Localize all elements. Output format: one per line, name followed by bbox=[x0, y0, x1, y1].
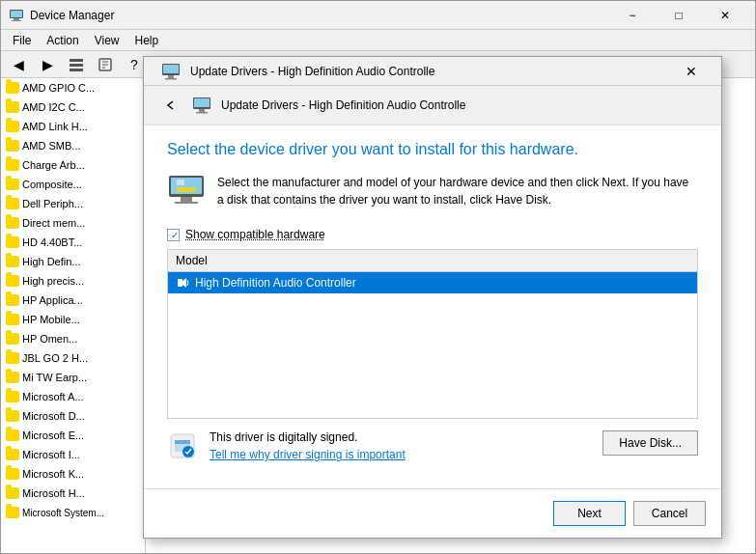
list-item[interactable]: JBL GO 2 H... bbox=[1, 348, 145, 368]
toolbar-properties[interactable] bbox=[92, 53, 119, 76]
list-item[interactable]: HP Applica... bbox=[1, 291, 145, 310]
dialog-description-area: Select the manufacturer and model of you… bbox=[167, 174, 698, 208]
list-item[interactable]: Microsoft System... bbox=[1, 503, 145, 522]
folder-icon bbox=[5, 157, 20, 173]
folder-icon bbox=[5, 485, 20, 501]
menu-file[interactable]: File bbox=[5, 32, 39, 49]
list-item[interactable]: Charge Arb... bbox=[1, 155, 145, 175]
toolbar-back[interactable]: ◀ bbox=[5, 53, 32, 76]
model-table-header: Model bbox=[168, 250, 697, 272]
list-item[interactable]: High precis... bbox=[1, 271, 145, 291]
driver-signing-link[interactable]: Tell me why driver signing is important bbox=[210, 448, 406, 461]
dialog-content: Update Drivers - High Definition Audio C… bbox=[144, 86, 721, 538]
svg-rect-21 bbox=[181, 197, 192, 202]
svg-rect-1 bbox=[11, 11, 22, 17]
folder-icon bbox=[5, 350, 20, 366]
svg-rect-16 bbox=[194, 98, 210, 107]
back-button[interactable] bbox=[159, 94, 182, 117]
dialog-heading: Select the device driver you want to ins… bbox=[167, 141, 698, 158]
list-item[interactable]: Microsoft E... bbox=[1, 426, 145, 445]
model-table: Model High Definition Audio Controller bbox=[167, 249, 698, 419]
window-controls: − □ ✕ bbox=[610, 2, 747, 29]
folder-icon bbox=[5, 235, 20, 250]
dialog-icon bbox=[159, 60, 182, 83]
list-item[interactable]: HD 4.40BT... bbox=[1, 233, 145, 252]
folder-icon bbox=[5, 138, 20, 153]
menu-action[interactable]: Action bbox=[39, 32, 86, 49]
folder-icon bbox=[5, 273, 20, 289]
svg-rect-12 bbox=[163, 65, 179, 73]
list-item[interactable]: Microsoft I... bbox=[1, 445, 145, 464]
device-tree: AMD GPIO C... AMD I2C C... AMD Link H...… bbox=[1, 78, 146, 553]
title-bar: Device Manager − □ ✕ bbox=[1, 1, 755, 30]
list-item[interactable]: Microsoft K... bbox=[1, 464, 145, 484]
list-item[interactable]: Microsoft D... bbox=[1, 406, 145, 426]
list-item[interactable]: AMD GPIO C... bbox=[1, 78, 145, 97]
model-row-label: High Definition Audio Controller bbox=[195, 276, 356, 290]
list-item[interactable]: HP Omen... bbox=[1, 329, 145, 348]
dialog-body: Select the device driver you want to ins… bbox=[144, 125, 721, 488]
folder-icon bbox=[5, 331, 20, 346]
svg-rect-24 bbox=[177, 180, 184, 185]
cancel-button[interactable]: Cancel bbox=[633, 501, 706, 526]
dialog-description: Select the manufacturer and model of you… bbox=[217, 174, 698, 208]
svg-rect-3 bbox=[12, 20, 21, 21]
dialog-close-button[interactable]: ✕ bbox=[669, 58, 714, 85]
list-item[interactable]: AMD I2C C... bbox=[1, 97, 145, 117]
signed-info: This driver is digitally signed. Tell me… bbox=[210, 430, 591, 461]
app-icon bbox=[9, 8, 24, 23]
folder-icon bbox=[5, 466, 20, 482]
menu-help[interactable]: Help bbox=[127, 32, 167, 49]
folder-icon bbox=[5, 389, 20, 404]
folder-icon bbox=[5, 312, 20, 327]
table-row[interactable]: High Definition Audio Controller bbox=[168, 272, 697, 293]
dialog-title-bar: Update Drivers - High Definition Audio C… bbox=[144, 57, 721, 86]
folder-icon bbox=[5, 505, 20, 520]
folder-icon bbox=[5, 447, 20, 462]
signed-text: This driver is digitally signed. bbox=[210, 430, 591, 444]
folder-icon bbox=[5, 119, 20, 134]
svg-rect-22 bbox=[175, 202, 198, 204]
dialog-header-title: Update Drivers - High Definition Audio C… bbox=[221, 98, 465, 112]
svg-rect-23 bbox=[177, 187, 196, 192]
svg-rect-2 bbox=[14, 18, 19, 20]
svg-marker-26 bbox=[182, 278, 186, 288]
minimize-button[interactable]: − bbox=[610, 2, 655, 29]
svg-rect-6 bbox=[70, 69, 83, 71]
audio-device-icon bbox=[176, 275, 191, 291]
back-bar: Update Drivers - High Definition Audio C… bbox=[144, 86, 721, 125]
folder-icon bbox=[5, 428, 20, 443]
svg-rect-17 bbox=[199, 109, 205, 112]
list-item[interactable]: Direct mem... bbox=[1, 213, 145, 233]
list-item[interactable]: Dell Periph... bbox=[1, 194, 145, 213]
folder-icon bbox=[5, 408, 20, 424]
close-button[interactable]: ✕ bbox=[703, 2, 747, 29]
signed-area: This driver is digitally signed. Tell me… bbox=[167, 430, 698, 461]
toolbar-view[interactable] bbox=[63, 53, 90, 76]
compatible-hardware-row: Show compatible hardware bbox=[167, 228, 698, 241]
have-disk-button[interactable]: Have Disk... bbox=[602, 430, 698, 456]
list-item[interactable]: Composite... bbox=[1, 175, 145, 194]
list-item[interactable]: AMD SMB... bbox=[1, 136, 145, 155]
list-item[interactable]: HP Mobile... bbox=[1, 310, 145, 329]
update-drivers-dialog: Update Drivers - High Definition Audio C… bbox=[143, 56, 722, 539]
driver-icon bbox=[167, 174, 206, 205]
list-item[interactable]: Microsoft H... bbox=[1, 484, 145, 503]
folder-icon bbox=[5, 99, 20, 115]
list-item[interactable]: AMD Link H... bbox=[1, 117, 145, 136]
toolbar-forward[interactable]: ▶ bbox=[34, 53, 61, 76]
dialog-header-icon bbox=[190, 94, 213, 117]
show-compatible-checkbox[interactable] bbox=[167, 229, 180, 241]
svg-rect-13 bbox=[168, 75, 174, 78]
list-item[interactable]: Microsoft A... bbox=[1, 387, 145, 406]
next-button[interactable]: Next bbox=[553, 501, 626, 526]
dialog-title: Update Drivers - High Definition Audio C… bbox=[190, 65, 669, 78]
maximize-button[interactable]: □ bbox=[657, 2, 701, 29]
list-item[interactable]: Mi TW Earp... bbox=[1, 368, 145, 387]
menu-view[interactable]: View bbox=[87, 32, 127, 49]
svg-rect-14 bbox=[165, 78, 177, 80]
list-item[interactable]: High Defin... bbox=[1, 252, 145, 271]
folder-icon bbox=[5, 80, 20, 96]
folder-icon bbox=[5, 215, 20, 231]
dialog-footer: Next Cancel bbox=[144, 488, 721, 538]
